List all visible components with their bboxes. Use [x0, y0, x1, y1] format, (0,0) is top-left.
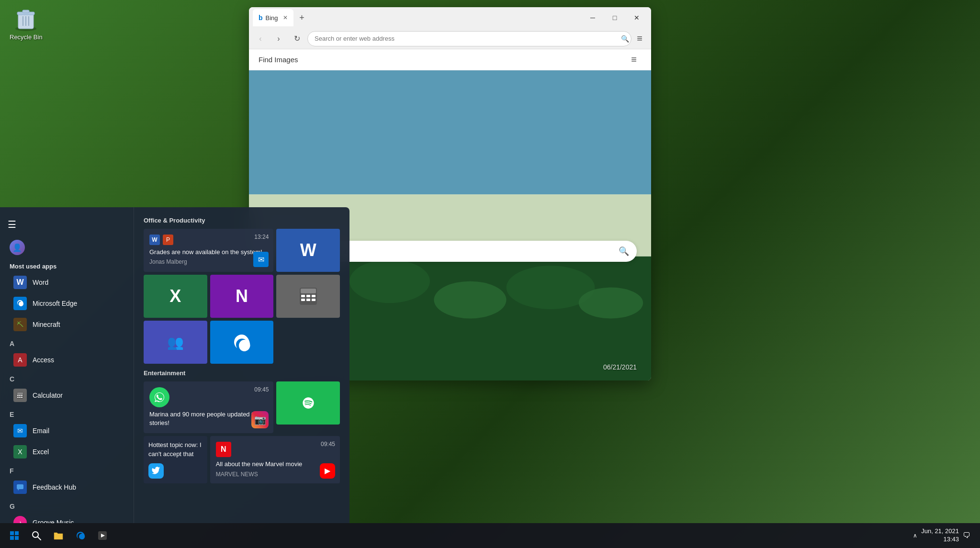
tray-icons: ∧ [913, 532, 917, 539]
calculator-tile[interactable] [276, 275, 340, 318]
app-item-email[interactable]: ✉ Email [4, 420, 130, 441]
svg-rect-20 [17, 397, 19, 398]
netflix-icon: N [216, 442, 231, 457]
recycle-bin[interactable]: Recycle Bin [10, 5, 43, 41]
spotify-tile[interactable] [276, 381, 340, 425]
word-tile-icon: W [300, 240, 316, 260]
calculator-label: Calculator [33, 391, 63, 399]
app-item-calculator[interactable]: Calculator [4, 385, 130, 406]
alpha-c: C [0, 370, 134, 385]
app-item-minecraft[interactable]: ⛏ Minecraft [4, 314, 130, 335]
excel-tile[interactable]: X [144, 275, 207, 318]
spotify-icon [296, 391, 320, 415]
whatsapp-notification-tile[interactable]: 09:45 Marina and 90 more people updated … [144, 381, 273, 433]
alpha-g: G [0, 498, 134, 512]
svg-rect-19 [21, 395, 23, 396]
instagram-icon-notif: 📷 [251, 411, 269, 428]
search-button[interactable] [26, 525, 47, 546]
edge-tile-icon [232, 333, 251, 352]
subheader-menu-button[interactable]: ≡ [626, 52, 642, 67]
app-item-feedback[interactable]: Feedback Hub [4, 477, 130, 498]
svg-rect-36 [15, 536, 19, 540]
recycle-bin-icon [12, 5, 39, 32]
user-avatar[interactable]: 👤 [10, 240, 25, 255]
start-button[interactable] [4, 525, 25, 546]
taskbar: ∧ Jun, 21, 2021 13:43 🗨 [0, 523, 980, 548]
svg-point-11 [349, 259, 430, 303]
app-item-access[interactable]: A Access [4, 349, 130, 370]
app-item-excel[interactable]: X Excel [4, 441, 130, 462]
svg-rect-31 [306, 299, 310, 301]
notif-apps: W P [149, 235, 268, 245]
notification-center-button[interactable]: 🗨 [963, 531, 970, 540]
address-bar[interactable] [307, 31, 631, 46]
taskbar-time: 13:43 [921, 536, 959, 544]
calculator-icon [13, 389, 27, 402]
excel-icon: X [13, 445, 27, 459]
maximize-button[interactable]: □ [604, 10, 625, 25]
svg-line-38 [38, 537, 41, 540]
tab-bing[interactable]: b Bing ✕ [253, 9, 293, 26]
menu-toggle-button[interactable]: ☰ [0, 215, 134, 234]
excel-label: Excel [33, 448, 49, 456]
office-notification-tile[interactable]: 13:24 W P Grades are now available on th… [144, 229, 273, 272]
edge-tile[interactable] [210, 321, 274, 364]
access-label: Access [33, 356, 54, 364]
office-tiles-grid: 13:24 W P Grades are now available on th… [144, 229, 340, 364]
edge-label: Microsoft Edge [33, 300, 77, 307]
tab-close-button[interactable]: ✕ [283, 14, 288, 21]
recycle-bin-label: Recycle Bin [10, 34, 43, 41]
marvel-notification-tile[interactable]: 09:45 N All about the new Marvel movie M… [210, 436, 340, 483]
svg-rect-33 [10, 531, 14, 535]
feedback-label: Feedback Hub [33, 483, 76, 491]
forward-button[interactable]: › [271, 31, 286, 46]
minimize-button[interactable]: ─ [582, 10, 603, 25]
svg-rect-18 [19, 395, 21, 396]
teams-tile[interactable]: 👥 [144, 321, 207, 364]
onenote-tile[interactable]: N [210, 275, 274, 318]
app-item-word[interactable]: W Word [4, 272, 130, 293]
hottest-text: Hottest topic now: I can't accept that [148, 441, 203, 458]
svg-rect-23 [17, 484, 23, 489]
email-icon: ✉ [13, 424, 27, 437]
most-used-header: Most used apps [0, 259, 134, 272]
youtube-icon-notif: ▶ [320, 463, 335, 479]
app-item-edge[interactable]: Microsoft Edge [4, 293, 130, 314]
edge-taskbar-button[interactable] [70, 525, 91, 546]
marvel-source: MARVEL NEWS [216, 471, 334, 478]
twitter-icon [148, 463, 164, 479]
find-images-link[interactable]: Find Images [259, 56, 298, 64]
taskbar-date: Jun, 21, 2021 [921, 527, 959, 536]
media-player-button[interactable] [92, 525, 113, 546]
bing-search-icon: 🔍 [619, 246, 629, 257]
new-tab-button[interactable]: + [295, 11, 309, 24]
close-button[interactable]: ✕ [626, 10, 647, 25]
refresh-button[interactable]: ↻ [289, 31, 304, 46]
app-item-groove[interactable]: ♪ Groove Music [4, 512, 130, 523]
hottest-topic-tile[interactable]: Hottest topic now: I can't accept that [144, 436, 207, 483]
notif-text: Grades are now available on the system! [149, 248, 268, 257]
word-label: Word [33, 279, 48, 286]
word-tile[interactable]: W [276, 229, 340, 272]
svg-rect-35 [10, 536, 14, 540]
ppt-notif-icon: P [163, 235, 173, 245]
instagram-icon: 📷 [251, 411, 269, 428]
teams-tile-icon: 👥 [167, 335, 184, 350]
file-explorer-button[interactable] [48, 525, 69, 546]
back-button[interactable]: ‹ [253, 31, 268, 46]
alpha-e: E [0, 406, 134, 420]
svg-rect-3 [23, 10, 29, 13]
notif-sender: Jonas Malberg [149, 258, 268, 265]
chevron-up-icon[interactable]: ∧ [913, 532, 917, 539]
svg-rect-22 [21, 397, 23, 398]
svg-rect-34 [15, 531, 19, 535]
entertainment-section-title: Entertainment [144, 369, 340, 377]
word-icon: W [13, 276, 27, 289]
feedback-icon [13, 481, 27, 494]
twitter-icon-sm [148, 463, 164, 479]
datetime-display[interactable]: Jun, 21, 2021 13:43 [921, 527, 959, 544]
svg-point-14 [579, 288, 643, 319]
browser-menu-button[interactable]: ≡ [632, 31, 647, 46]
youtube-icon: ▶ [320, 463, 335, 479]
alpha-a: A [0, 335, 134, 349]
